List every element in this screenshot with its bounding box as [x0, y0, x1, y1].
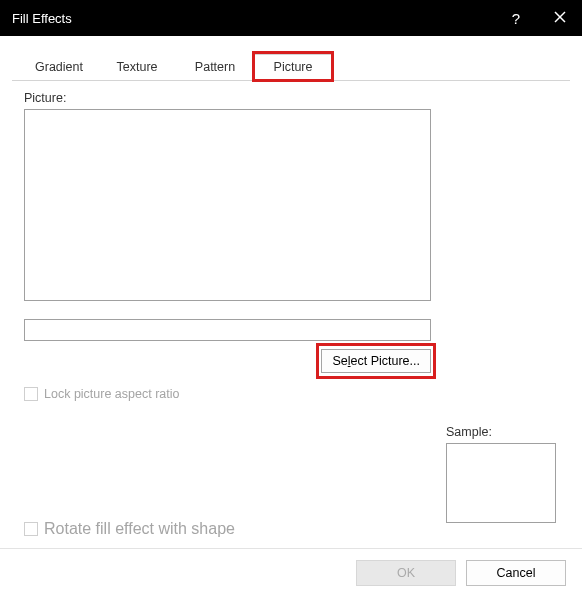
picture-section-label: Picture:: [24, 91, 558, 105]
tab-gradient[interactable]: Gradient: [20, 54, 98, 80]
select-picture-button[interactable]: Select Picture...: [321, 349, 431, 373]
titlebar-title: Fill Effects: [12, 11, 494, 26]
dialog-content: Gradient Texture Pattern Picture Picture…: [0, 36, 582, 417]
tab-picture[interactable]: Picture: [254, 54, 332, 81]
picture-preview-area: [24, 109, 431, 301]
tab-texture[interactable]: Texture: [98, 54, 176, 80]
checkbox-icon: [24, 387, 38, 401]
sample-label: Sample:: [446, 425, 556, 439]
picture-filename-field[interactable]: [24, 319, 431, 341]
rotate-fill-label: Rotate fill effect with shape: [44, 520, 235, 538]
checkbox-icon: [24, 522, 38, 536]
sample-preview: [446, 443, 556, 523]
help-button[interactable]: ?: [494, 10, 538, 27]
lock-aspect-label: Lock picture aspect ratio: [44, 387, 180, 401]
tabs: Gradient Texture Pattern Picture: [12, 54, 570, 81]
dialog-footer: OK Cancel: [0, 548, 582, 596]
sample-section: Sample:: [446, 425, 556, 523]
select-picture-row: Select Picture...: [24, 349, 431, 373]
close-button[interactable]: [538, 9, 582, 27]
tab-picture-label: Picture: [274, 60, 313, 74]
ok-button: OK: [356, 560, 456, 586]
titlebar-controls: ?: [494, 0, 582, 36]
lock-aspect-checkbox[interactable]: Lock picture aspect ratio: [24, 387, 558, 401]
titlebar: Fill Effects ?: [0, 0, 582, 36]
close-icon: [554, 11, 566, 23]
rotate-fill-checkbox[interactable]: Rotate fill effect with shape: [24, 520, 235, 538]
cancel-button[interactable]: Cancel: [466, 560, 566, 586]
tab-pattern[interactable]: Pattern: [176, 54, 254, 80]
picture-panel: Picture: Select Picture... Lock picture …: [12, 81, 570, 401]
